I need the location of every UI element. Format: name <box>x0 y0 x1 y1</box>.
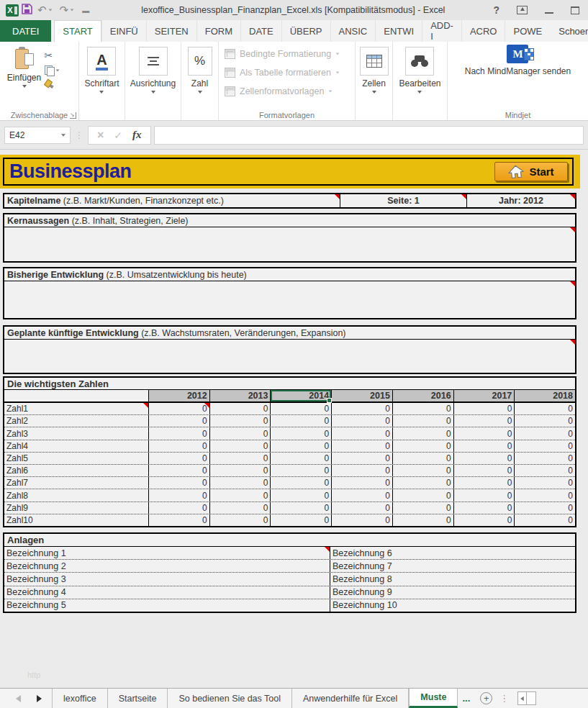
value-cell[interactable]: 0 <box>331 514 392 526</box>
value-cell[interactable]: 0 <box>209 465 271 476</box>
value-cell[interactable]: 0 <box>209 415 271 427</box>
value-cell[interactable]: 0 <box>331 440 392 452</box>
redo-button[interactable]: ↷ <box>58 5 77 16</box>
anlagen-cell-right[interactable]: Bezeichnung 7 <box>330 560 575 572</box>
value-cell[interactable]: 0 <box>270 514 331 526</box>
value-cell[interactable]: 0 <box>270 489 331 501</box>
anlagen-cell-right[interactable]: Bezeichnung 8 <box>330 573 575 585</box>
value-cell[interactable]: 0 <box>392 477 453 489</box>
value-cell[interactable]: 0 <box>331 453 392 464</box>
value-cell[interactable]: 0 <box>270 427 331 439</box>
value-cell[interactable]: 0 <box>514 440 575 452</box>
value-cell[interactable]: 0 <box>270 403 331 414</box>
value-cell[interactable]: 0 <box>270 477 331 489</box>
tab-entwi[interactable]: ENTWI <box>375 20 422 42</box>
save-icon[interactable] <box>22 4 32 17</box>
value-cell[interactable]: 0 <box>270 415 331 427</box>
alignment-button[interactable]: Ausrichtung <box>130 45 176 109</box>
number-button[interactable]: % Zahl <box>188 45 212 109</box>
value-cell[interactable]: 0 <box>392 489 453 501</box>
value-cell[interactable]: 0 <box>209 440 271 452</box>
value-cell[interactable]: 0 <box>331 403 392 414</box>
tab-add-i[interactable]: ADD-I <box>422 20 461 42</box>
style-menu-item[interactable]: Zellenformatvorlagen <box>225 82 340 101</box>
value-cell[interactable]: 0 <box>453 453 515 464</box>
row-label-cell[interactable]: Zahl5 <box>4 453 148 464</box>
row-label-cell[interactable]: Zahl9 <box>4 502 148 514</box>
value-cell[interactable]: 0 <box>148 489 209 501</box>
value-cell[interactable]: 0 <box>514 502 575 514</box>
value-cell[interactable]: 0 <box>331 489 392 501</box>
value-cell[interactable]: 0 <box>453 465 515 476</box>
value-cell[interactable]: 0 <box>514 465 575 476</box>
horizontal-scrollbar[interactable] <box>517 691 536 705</box>
value-cell[interactable]: 0 <box>453 477 515 489</box>
cancel-icon[interactable]: × <box>97 130 104 141</box>
year-header-2013[interactable]: 2013 <box>209 390 271 401</box>
value-cell[interactable]: 0 <box>453 403 515 414</box>
value-cell[interactable]: 0 <box>453 502 515 514</box>
value-cell[interactable]: 0 <box>209 403 271 414</box>
value-cell[interactable]: 0 <box>209 489 271 501</box>
value-cell[interactable]: 0 <box>514 403 575 414</box>
insert-function-icon[interactable]: fx <box>132 129 142 141</box>
value-cell[interactable]: 0 <box>453 514 515 526</box>
next-sheet-icon[interactable] <box>37 695 42 702</box>
value-cell[interactable]: 0 <box>209 477 271 489</box>
value-cell[interactable]: 0 <box>270 465 331 476</box>
help-icon[interactable]: ? <box>493 5 499 15</box>
tab-seiten[interactable]: SEITEN <box>146 20 196 42</box>
value-cell[interactable]: 0 <box>392 465 453 476</box>
value-cell[interactable]: 0 <box>270 453 331 464</box>
value-cell[interactable]: 0 <box>453 440 515 452</box>
value-cell[interactable]: 0 <box>392 403 453 414</box>
value-cell[interactable]: 0 <box>514 415 575 427</box>
font-button[interactable]: A Schriftart <box>84 45 119 109</box>
value-cell[interactable]: 0 <box>514 477 575 489</box>
tab-acro[interactable]: ACRO <box>461 20 505 42</box>
scrollbar-thumb[interactable] <box>527 691 536 705</box>
style-menu-item[interactable]: Bedingte Formatierung <box>225 45 340 63</box>
row-label-cell[interactable]: Zahl8 <box>4 489 148 501</box>
editing-button[interactable]: Bearbeiten <box>399 45 440 109</box>
copy-button[interactable] <box>45 65 60 75</box>
corner-cell[interactable] <box>4 390 148 401</box>
value-cell[interactable]: 0 <box>209 502 271 514</box>
jahr-cell[interactable]: Jahr: 2012 <box>466 194 575 207</box>
new-sheet-icon[interactable]: + <box>480 692 492 704</box>
value-cell[interactable]: 0 <box>331 465 392 476</box>
anlagen-cell-left[interactable]: Bezeichnung 3 <box>4 573 330 585</box>
style-menu-item[interactable]: Als Tabelle formatieren <box>225 63 340 82</box>
paste-button[interactable]: Einfügen <box>4 45 45 109</box>
row-label-cell[interactable]: Zahl7 <box>4 477 148 489</box>
value-cell[interactable]: 0 <box>148 403 209 414</box>
tab-ansic[interactable]: ANSIC <box>330 20 376 42</box>
value-cell[interactable]: 0 <box>331 477 392 489</box>
year-header-2018[interactable]: 2018 <box>514 390 575 401</box>
sheet-tab[interactable]: lexoffice <box>52 689 107 708</box>
year-header-2014[interactable]: 2014 <box>270 390 331 401</box>
value-cell[interactable]: 0 <box>514 453 575 464</box>
row-label-cell[interactable]: Zahl3 <box>4 427 148 439</box>
undo-button[interactable]: ↶ <box>35 5 55 16</box>
year-header-2012[interactable]: 2012 <box>148 390 209 401</box>
dialog-launcher-icon[interactable]: ↘ <box>70 112 76 119</box>
ribbon-display-options-icon[interactable] <box>517 6 528 14</box>
anlagen-cell-left[interactable]: Bezeichnung 4 <box>4 586 330 599</box>
value-cell[interactable]: 0 <box>209 427 271 439</box>
value-cell[interactable]: 0 <box>392 440 453 452</box>
row-label-cell[interactable]: Zahl2 <box>4 415 148 427</box>
sheet-tab-active[interactable]: Muste <box>409 689 458 708</box>
value-cell[interactable]: 0 <box>148 453 209 464</box>
account-menu[interactable]: Schoenstei... <box>550 20 588 42</box>
value-cell[interactable]: 0 <box>209 514 271 526</box>
value-cell[interactable]: 0 <box>453 427 515 439</box>
row-label-cell[interactable]: Zahl1 <box>4 403 148 414</box>
cut-button[interactable]: ✂ <box>45 50 53 60</box>
section-input-area[interactable] <box>4 340 575 373</box>
year-header-2017[interactable]: 2017 <box>453 390 515 401</box>
maximize-icon[interactable] <box>571 6 579 14</box>
value-cell[interactable]: 0 <box>331 502 392 514</box>
tab-start[interactable]: START <box>54 20 101 42</box>
value-cell[interactable]: 0 <box>331 415 392 427</box>
